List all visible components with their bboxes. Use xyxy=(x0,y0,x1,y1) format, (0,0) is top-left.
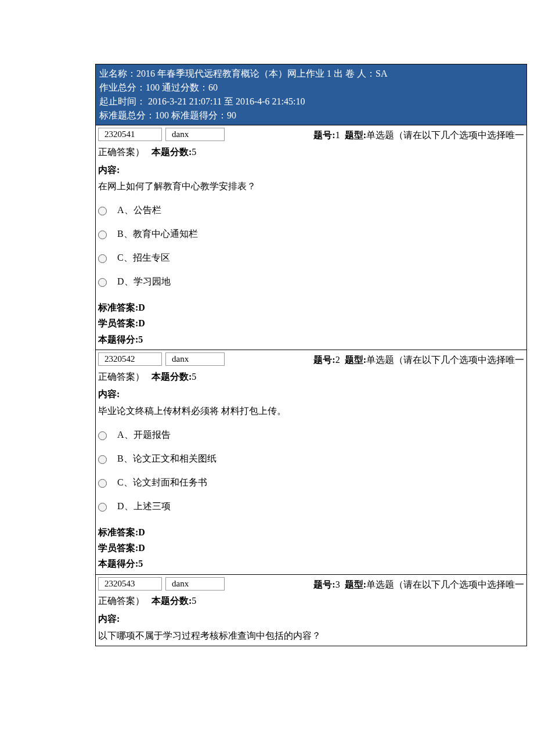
content-label: 内容: xyxy=(98,611,524,628)
score-value: 5 xyxy=(192,372,196,381)
content-block: 内容: 在网上如何了解教育中心教学安排表？ xyxy=(96,162,526,196)
stu-ans-label: 学员答案: xyxy=(98,543,138,553)
radio-icon[interactable] xyxy=(98,479,107,488)
radio-icon[interactable] xyxy=(98,254,107,263)
header-line-2: 作业总分：100 通过分数：60 xyxy=(99,81,523,95)
quiz-header: 业名称：2016 年春季现代远程教育概论（本）网上作业 1 出 卷 人：SA 作… xyxy=(96,64,526,125)
option-text: D、上述三项 xyxy=(117,501,524,513)
type-text: 单选题（请在以下几个选项中选择唯一 xyxy=(366,355,524,365)
type-text: 单选题（请在以下几个选项中选择唯一 xyxy=(366,130,524,140)
radio-icon[interactable] xyxy=(98,503,107,512)
type-label: 题型: xyxy=(345,579,366,589)
std-ans-label: 标准答案: xyxy=(98,303,138,312)
question-block: 2320542 danx 题号:2 题型:单选题（请在以下几个选项中选择唯一 正… xyxy=(96,350,526,574)
type-label: 题型: xyxy=(345,130,366,140)
option-row: D、学习园地 xyxy=(98,270,524,294)
score-value: 5 xyxy=(192,596,196,606)
option-row: D、上述三项 xyxy=(98,495,524,519)
question-id-box: 2320542 xyxy=(98,352,162,366)
stu-ans-value: D xyxy=(138,318,145,328)
score-label: 本题分数: xyxy=(151,147,192,157)
option-text: A、公告栏 xyxy=(117,204,524,217)
content-label: 内容: xyxy=(98,386,524,403)
radio-icon[interactable] xyxy=(98,455,107,464)
option-text: C、招生专区 xyxy=(117,252,524,264)
num-value: 1 xyxy=(335,130,340,140)
header-line-1: 业名称：2016 年春季现代远程教育概论（本）网上作业 1 出 卷 人：SA xyxy=(99,67,523,81)
question-typecode-box: danx xyxy=(165,128,225,141)
num-label: 题号: xyxy=(313,579,335,589)
radio-icon[interactable] xyxy=(98,207,107,215)
radio-icon[interactable] xyxy=(98,278,107,287)
type-label: 题型: xyxy=(345,355,366,365)
got-value: 5 xyxy=(138,559,143,568)
radio-icon[interactable] xyxy=(98,431,107,440)
num-value: 2 xyxy=(335,355,340,365)
header-line-3: 起止时间： 2016-3-21 21:07:11 至 2016-4-6 21:4… xyxy=(99,95,523,109)
num-label: 题号: xyxy=(313,130,335,140)
answers-block: 标准答案:D 学员答案:D 本题得分:5 xyxy=(96,300,526,348)
got-value: 5 xyxy=(138,334,143,344)
num-label: 题号: xyxy=(313,355,335,365)
type-text: 单选题（请在以下几个选项中选择唯一 xyxy=(366,579,524,589)
quiz-page: 业名称：2016 年春季现代远程教育概论（本）网上作业 1 出 卷 人：SA 作… xyxy=(95,64,527,646)
question-block: 2320543 danx 题号:3 题型:单选题（请在以下几个选项中选择唯一 正… xyxy=(96,574,526,646)
content-block: 内容: 以下哪项不属于学习过程考核标准查询中包括的内容？ xyxy=(96,611,526,645)
header-line-4: 标准题总分：100 标准题得分：90 xyxy=(99,109,523,123)
question-id-box: 2320543 xyxy=(98,577,162,591)
std-ans-label: 标准答案: xyxy=(98,527,138,537)
score-label: 本题分数: xyxy=(151,596,192,606)
question-title-line: 题号:2 题型:单选题（请在以下几个选项中选择唯一 正确答案） 本题分数:5 xyxy=(96,366,526,387)
score-label: 本题分数: xyxy=(151,372,192,381)
title-tail: 正确答案） xyxy=(98,147,145,157)
score-value: 5 xyxy=(192,147,196,157)
option-text: B、教育中心通知栏 xyxy=(117,228,524,240)
option-row: B、论文正文和相关图纸 xyxy=(98,447,524,471)
content-text: 在网上如何了解教育中心教学安排表？ xyxy=(98,178,524,195)
option-text: A、开题报告 xyxy=(117,429,524,441)
option-row: C、招生专区 xyxy=(98,246,524,270)
options-block: A、公告栏 B、教育中心通知栏 C、招生专区 D、学习园地 xyxy=(96,195,526,300)
title-tail: 正确答案） xyxy=(98,596,145,606)
got-label: 本题得分: xyxy=(98,334,138,344)
std-ans-value: D xyxy=(138,527,145,537)
option-text: D、学习园地 xyxy=(117,276,524,288)
radio-icon[interactable] xyxy=(98,231,107,239)
question-block: 2320541 danx 题号:1 题型:单选题（请在以下几个选项中选择唯一 正… xyxy=(96,125,526,350)
option-text: B、论文正文和相关图纸 xyxy=(117,453,524,465)
question-title-line: 题号:1 题型:单选题（请在以下几个选项中选择唯一 正确答案） 本题分数:5 xyxy=(96,141,526,162)
got-label: 本题得分: xyxy=(98,559,138,568)
std-ans-value: D xyxy=(138,303,145,312)
option-row: C、论文封面和任务书 xyxy=(98,471,524,495)
content-text: 毕业论文终稿上传材料必须将 材料打包上传。 xyxy=(98,403,524,420)
num-value: 3 xyxy=(335,579,340,589)
question-title-line: 题号:3 题型:单选题（请在以下几个选项中选择唯一 正确答案） 本题分数:5 xyxy=(96,591,526,611)
stu-ans-value: D xyxy=(138,543,145,553)
question-typecode-box: danx xyxy=(165,352,225,366)
question-id-box: 2320541 xyxy=(98,128,162,141)
options-block: A、开题报告 B、论文正文和相关图纸 C、论文封面和任务书 D、上述三项 xyxy=(96,420,526,524)
content-label: 内容: xyxy=(98,162,524,179)
option-row: A、公告栏 xyxy=(98,199,524,222)
option-row: A、开题报告 xyxy=(98,423,524,447)
content-block: 内容: 毕业论文终稿上传材料必须将 材料打包上传。 xyxy=(96,386,526,420)
option-text: C、论文封面和任务书 xyxy=(117,477,524,489)
option-row: B、教育中心通知栏 xyxy=(98,222,524,246)
question-typecode-box: danx xyxy=(165,577,225,591)
answers-block: 标准答案:D 学员答案:D 本题得分:5 xyxy=(96,524,526,573)
title-tail: 正确答案） xyxy=(98,372,145,381)
stu-ans-label: 学员答案: xyxy=(98,318,138,328)
content-text: 以下哪项不属于学习过程考核标准查询中包括的内容？ xyxy=(98,628,524,645)
